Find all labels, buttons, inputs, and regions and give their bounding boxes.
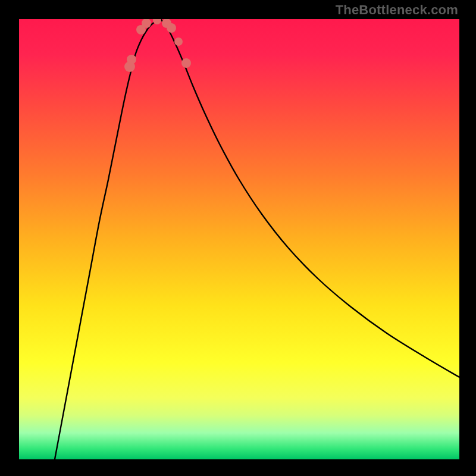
data-marker <box>127 55 136 64</box>
plot-area <box>19 19 459 459</box>
data-marker <box>153 19 161 24</box>
watermark-label: TheBottleneck.com <box>336 2 458 18</box>
markers <box>124 19 191 72</box>
data-marker <box>174 37 183 46</box>
data-marker <box>167 23 176 33</box>
curves-layer <box>19 19 459 459</box>
chart-frame: TheBottleneck.com <box>0 0 476 476</box>
left-curve <box>55 19 161 459</box>
data-marker <box>181 58 191 68</box>
right-curve <box>161 19 459 377</box>
